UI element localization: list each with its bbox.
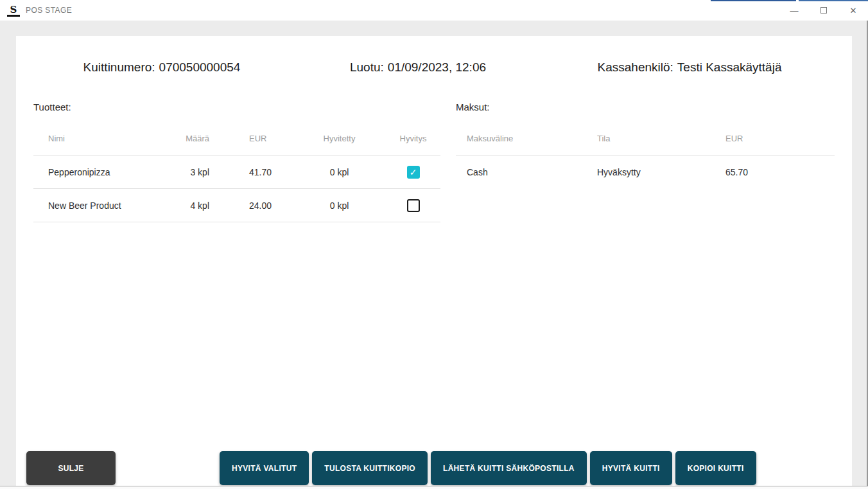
refund-checkbox[interactable]: ✓ bbox=[407, 166, 420, 179]
payment-status: Hyväksytty bbox=[597, 167, 725, 177]
product-eur: 41.70 bbox=[209, 167, 293, 177]
table-row: Cash Hyväksytty 65.70 bbox=[456, 156, 835, 189]
close-button[interactable]: ✕ bbox=[838, 0, 868, 21]
receipt-detail-panel: Kuittinumero:070050000054 Luotu:01/09/20… bbox=[16, 36, 852, 486]
refund-selected-button[interactable]: HYVITÄ VALITUT bbox=[220, 451, 309, 485]
created-value: 01/09/2023, 12:06 bbox=[388, 60, 486, 74]
cashier-label: Kassahenkilö: bbox=[598, 60, 673, 74]
refund-checkbox[interactable]: ✓ bbox=[407, 199, 420, 212]
receipt-number: Kuittinumero:070050000054 bbox=[83, 60, 241, 75]
background-window-top-edge-2 bbox=[799, 0, 868, 1]
created-label: Luotu: bbox=[350, 60, 384, 74]
payments-table-header: Maksuväline Tila EUR bbox=[456, 121, 835, 156]
column-header-refund: Hyvitys bbox=[386, 134, 440, 143]
cashier: Kassahenkilö:Testi Kassakäyttäjä bbox=[598, 60, 782, 75]
column-header-status: Tila bbox=[597, 134, 725, 143]
product-name: New Beer Product bbox=[33, 200, 158, 211]
products-section: Tuotteet: Nimi Määrä EUR Hyvitetty Hyvit… bbox=[33, 102, 440, 222]
column-header-refunded: Hyvitetty bbox=[293, 134, 386, 143]
minimize-button[interactable]: — bbox=[779, 0, 809, 21]
payments-section-title: Maksut: bbox=[456, 102, 835, 112]
copy-receipt-button[interactable]: KOPIOI KUITTI bbox=[675, 451, 756, 485]
cashier-value: Testi Kassakäyttäjä bbox=[677, 60, 782, 74]
window-title: POS STAGE bbox=[26, 6, 72, 15]
created-datetime: Luotu:01/09/2023, 12:06 bbox=[350, 60, 486, 75]
product-refunded: 0 kpl bbox=[293, 200, 386, 211]
table-row: Pepperonipizza 3 kpl 41.70 0 kpl ✓ bbox=[33, 156, 440, 189]
close-icon: ✕ bbox=[850, 6, 857, 15]
app-logo-icon: S bbox=[7, 4, 20, 17]
product-quantity: 4 kpl bbox=[158, 200, 209, 211]
checkmark-icon: ✓ bbox=[410, 167, 417, 177]
minimize-icon: — bbox=[790, 6, 799, 15]
product-refunded: 0 kpl bbox=[293, 167, 386, 177]
table-row: New Beer Product 4 kpl 24.00 0 kpl ✓ bbox=[33, 189, 440, 222]
print-receipt-copy-button[interactable]: TULOSTA KUITTIKOPIO bbox=[312, 451, 428, 485]
payments-section: Maksut: Maksuväline Tila EUR Cash Hyväks… bbox=[456, 102, 835, 222]
background-window-top-edge bbox=[711, 0, 796, 1]
footer-actions: HYVITÄ VALITUT TULOSTA KUITTIKOPIO LÄHET… bbox=[220, 451, 756, 485]
refund-receipt-button[interactable]: HYVITÄ KUITTI bbox=[590, 451, 672, 485]
column-header-name: Nimi bbox=[33, 134, 158, 143]
title-bar: S POS STAGE — ✕ bbox=[0, 0, 868, 21]
product-quantity: 3 kpl bbox=[158, 167, 209, 177]
column-header-quantity: Määrä bbox=[158, 134, 209, 143]
product-eur: 24.00 bbox=[209, 200, 293, 211]
payment-method: Cash bbox=[456, 167, 597, 177]
window-bottom-fill bbox=[0, 486, 868, 489]
receipt-header: Kuittinumero:070050000054 Luotu:01/09/20… bbox=[16, 60, 852, 75]
close-receipt-button[interactable]: SULJE bbox=[26, 451, 116, 485]
window-controls: — ✕ bbox=[779, 0, 868, 21]
product-name: Pepperonipizza bbox=[33, 167, 158, 177]
maximize-icon bbox=[820, 7, 827, 13]
email-receipt-button[interactable]: LÄHETÄ KUITTI SÄHKÖPOSTILLA bbox=[431, 451, 587, 485]
maximize-button[interactable] bbox=[809, 0, 838, 21]
receipt-number-value: 070050000054 bbox=[159, 60, 241, 74]
receipt-number-label: Kuittinumero: bbox=[83, 60, 155, 74]
payment-eur: 65.70 bbox=[725, 167, 835, 177]
products-section-title: Tuotteet: bbox=[33, 102, 440, 112]
column-header-eur: EUR bbox=[725, 134, 835, 143]
column-header-eur: EUR bbox=[209, 134, 293, 143]
products-table-header: Nimi Määrä EUR Hyvitetty Hyvitys bbox=[33, 121, 440, 156]
column-header-payment-method: Maksuväline bbox=[456, 134, 597, 143]
